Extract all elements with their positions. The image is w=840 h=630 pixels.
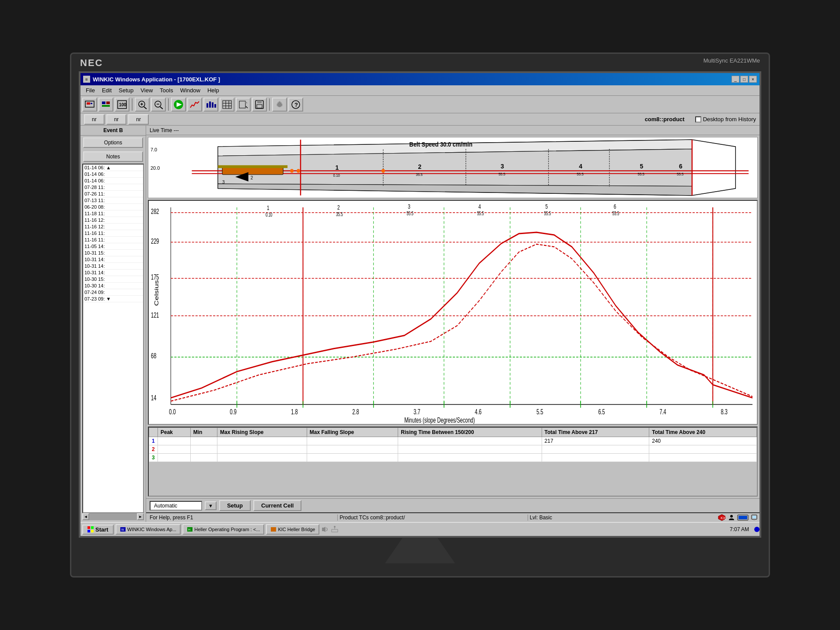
svg-text:55.5: 55.5 xyxy=(406,210,413,216)
current-cell-button[interactable]: Current Cell xyxy=(253,500,301,511)
list-item[interactable]: 10-31 14: xyxy=(83,270,143,276)
toolbar-btn-3[interactable]: 100 xyxy=(115,98,130,112)
svg-text:4.6: 4.6 xyxy=(475,408,482,416)
toolbar-go[interactable] xyxy=(171,98,186,112)
taskbar-winkic[interactable]: W WINKIC Windows Ap... xyxy=(116,524,181,535)
list-item[interactable]: 11-18 11: xyxy=(83,210,143,217)
list-item[interactable]: 07-24 09: xyxy=(83,289,143,296)
toolbar-save[interactable] xyxy=(252,98,267,112)
minimize-button[interactable]: _ xyxy=(732,76,739,83)
menu-bar: File Edit Setup View Tools Window Help xyxy=(80,85,760,96)
desktop-history: Desktop from History xyxy=(695,116,756,122)
svg-marker-27 xyxy=(245,101,248,103)
col-header-min: Min xyxy=(190,428,217,437)
list-item[interactable]: 10-31 15: xyxy=(83,250,143,256)
svg-text:68: 68 xyxy=(151,352,156,360)
svg-text:20.0: 20.0 xyxy=(150,165,160,171)
session-list[interactable]: 01-14 06: ▲ 01-14 06: 01-14 06: 07-28 11… xyxy=(82,164,144,513)
setup-button[interactable]: Setup xyxy=(219,500,251,511)
toolbar-stats[interactable] xyxy=(203,98,218,112)
notes-button[interactable]: Notes xyxy=(83,151,143,162)
tab-nr-3[interactable]: nr xyxy=(128,114,149,125)
toolbar-zoom-in[interactable] xyxy=(135,98,150,112)
dropdown-arrow[interactable]: ▼ xyxy=(205,501,217,510)
chart-header: Live Time --- xyxy=(146,126,760,135)
oven-area: 7.0 20.0 xyxy=(148,137,758,198)
list-item[interactable]: 07-13 11: xyxy=(83,197,143,204)
svg-rect-72 xyxy=(149,201,757,424)
list-item[interactable]: 07-28 11: xyxy=(83,184,143,191)
toolbar-chart[interactable] xyxy=(187,98,202,112)
row-3-max-rising xyxy=(217,454,307,462)
svg-rect-2 xyxy=(91,103,92,104)
sidebar: Event B Options Notes 01-14 06: ▲ 01-14 … xyxy=(80,126,146,522)
menu-view[interactable]: View xyxy=(137,86,156,94)
bottom-bar: Automatic ▼ Setup Current Cell xyxy=(146,498,760,512)
close-button[interactable]: × xyxy=(749,76,757,83)
tab-nr-2[interactable]: nr xyxy=(106,114,127,125)
sidebar-header: Event B xyxy=(80,126,146,136)
menu-tools[interactable]: Tools xyxy=(156,86,176,94)
scroll-right[interactable]: ► xyxy=(137,513,144,520)
list-item[interactable]: 07-23 09: ▼ xyxy=(83,296,143,302)
taskbar-heller[interactable]: H Heller Operating Program : <... xyxy=(182,524,264,535)
list-item[interactable]: 10-31 14: xyxy=(83,256,143,263)
svg-point-64 xyxy=(297,169,300,172)
network-icon[interactable] xyxy=(331,526,339,533)
scroll-left[interactable]: ◄ xyxy=(82,513,89,520)
list-item[interactable]: 10-30 15: xyxy=(83,276,143,283)
toolbar-btn-1[interactable] xyxy=(82,98,97,112)
list-item[interactable]: 11-16 11: xyxy=(83,237,143,243)
options-button[interactable]: Options xyxy=(83,137,143,148)
list-item[interactable]: 10-30 14: xyxy=(83,283,143,289)
svg-text:4: 4 xyxy=(478,203,481,210)
toolbar-btn-2[interactable] xyxy=(98,98,113,112)
svg-text:3: 3 xyxy=(408,203,410,210)
list-item[interactable]: 11-16 12: xyxy=(83,217,143,224)
list-item[interactable]: 01-14 06: ▲ xyxy=(83,164,143,171)
menu-help[interactable]: Help xyxy=(204,86,223,94)
row-2-peak xyxy=(158,445,191,454)
list-item[interactable]: 01-14 06: xyxy=(83,171,143,178)
svg-text:55.5: 55.5 xyxy=(677,172,684,176)
toolbar-export[interactable] xyxy=(236,98,251,112)
svg-text:H: H xyxy=(188,528,190,531)
data-table-area: Peak Min Max Rising Slope Max Falling Sl… xyxy=(148,427,758,497)
list-item[interactable]: 11-05 14: xyxy=(83,243,143,250)
toolbar-settings[interactable] xyxy=(272,98,287,112)
restore-button[interactable]: □ xyxy=(740,76,748,83)
svg-rect-20 xyxy=(214,104,216,108)
svg-text:6: 6 xyxy=(614,203,616,210)
scroll-track[interactable] xyxy=(89,513,137,520)
temperature-chart-svg: 282 229 175 121 68 14 Celsius 0.0 0.9 1.… xyxy=(149,201,757,424)
svg-text:0.10: 0.10 xyxy=(333,174,340,178)
menu-file[interactable]: File xyxy=(82,86,98,94)
taskbar-kic[interactable]: KIC Heller Bridge xyxy=(266,524,319,535)
svg-rect-3 xyxy=(102,102,105,104)
svg-text:5.5: 5.5 xyxy=(536,408,543,416)
toolbar-help-btn[interactable]: ? xyxy=(288,98,303,112)
menu-edit[interactable]: Edit xyxy=(98,86,115,94)
start-button[interactable]: Start xyxy=(82,525,114,535)
list-item[interactable]: 10-31 14: xyxy=(83,263,143,270)
volume-icon[interactable] xyxy=(321,526,329,533)
menu-setup[interactable]: Setup xyxy=(115,86,137,94)
automatic-dropdown[interactable]: Automatic xyxy=(150,501,202,511)
list-item[interactable]: 11-16 12: xyxy=(83,224,143,230)
list-item[interactable]: 01-14 06: xyxy=(83,178,143,184)
winkic-taskbar-icon: W xyxy=(120,527,126,532)
tab-nr-1[interactable]: nr xyxy=(84,114,105,125)
svg-line-13 xyxy=(160,107,163,109)
desktop-history-checkbox[interactable] xyxy=(695,116,701,122)
svg-marker-145 xyxy=(322,527,326,532)
list-item[interactable]: 07-26 11: xyxy=(83,191,143,197)
row-2-total-240 xyxy=(649,445,757,454)
list-item[interactable]: 11-16 11: xyxy=(83,230,143,237)
toolbar-zoom-out[interactable] xyxy=(151,98,166,112)
computer-icon xyxy=(737,514,749,521)
menu-window[interactable]: Window xyxy=(177,86,204,94)
list-item[interactable]: 06-20 08: xyxy=(83,204,143,210)
toolbar-table[interactable] xyxy=(220,98,234,112)
svg-text:55.5: 55.5 xyxy=(638,172,645,176)
row-2-rising-time xyxy=(398,445,542,454)
